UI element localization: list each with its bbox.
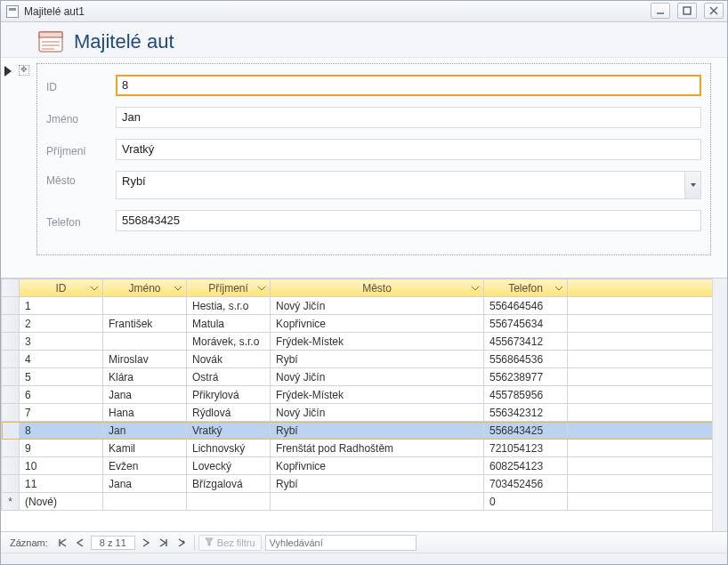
- nav-position[interactable]: 8 z 11: [91, 536, 135, 550]
- table-cell[interactable]: Hestia, s.r.o: [187, 297, 271, 315]
- table-row[interactable]: 6JanaPřikrylováFrýdek-Místek455785956: [2, 386, 727, 404]
- col-header-id[interactable]: ID: [20, 279, 103, 297]
- table-cell[interactable]: Frenštát pod Radhoštěm: [271, 440, 484, 457]
- table-cell[interactable]: [568, 315, 727, 333]
- table-cell[interactable]: Rýdlová: [187, 404, 271, 422]
- mesto-dropdown-button[interactable]: [684, 172, 700, 198]
- nav-filter-button[interactable]: Bez filtru: [198, 535, 262, 551]
- table-cell[interactable]: *: [2, 493, 20, 511]
- telefon-field[interactable]: 556843425: [116, 210, 701, 231]
- table-row[interactable]: 10EvženLoveckýKopřivnice608254123: [2, 457, 727, 475]
- table-cell[interactable]: Břízgalová: [187, 475, 271, 493]
- subform-move-handle[interactable]: ✥: [19, 65, 29, 76]
- table-row[interactable]: 5KláraOstráNový Jičín556238977: [2, 368, 727, 386]
- table-row[interactable]: 9KamilLichnovskýFrenštát pod Radhoštěm72…: [2, 440, 727, 457]
- table-cell[interactable]: [2, 475, 20, 493]
- table-cell[interactable]: Jana: [103, 475, 187, 493]
- table-cell[interactable]: František: [103, 315, 187, 333]
- table-cell[interactable]: 0: [484, 493, 568, 511]
- table-row[interactable]: 7HanaRýdlováNový Jičín556342312: [2, 404, 727, 422]
- table-cell[interactable]: [2, 333, 20, 351]
- table-cell[interactable]: 3: [20, 333, 103, 351]
- minimize-button[interactable]: [651, 3, 670, 19]
- table-cell[interactable]: 556745634: [484, 315, 568, 333]
- table-cell[interactable]: Evžen: [103, 457, 187, 475]
- table-cell[interactable]: Nový Jičín: [271, 297, 484, 315]
- table-cell[interactable]: Nový Jičín: [271, 368, 484, 386]
- table-cell[interactable]: [568, 404, 727, 422]
- table-cell[interactable]: [2, 351, 20, 368]
- table-cell[interactable]: 11: [20, 475, 103, 493]
- table-row[interactable]: 2FrantišekMatulaKopřivnice556745634: [2, 315, 727, 333]
- table-cell[interactable]: 4: [20, 351, 103, 368]
- table-cell[interactable]: Rybí: [271, 351, 484, 368]
- nav-next-button[interactable]: [137, 535, 155, 551]
- table-row-new[interactable]: *(Nové)0: [2, 493, 727, 511]
- table-cell[interactable]: Vratký: [187, 422, 271, 440]
- table-cell[interactable]: [568, 422, 727, 440]
- vertical-scrollbar[interactable]: [712, 278, 727, 531]
- table-cell[interactable]: 6: [20, 386, 103, 404]
- table-cell[interactable]: Přikrylová: [187, 386, 271, 404]
- table-cell[interactable]: Rybí: [271, 475, 484, 493]
- nav-first-button[interactable]: [53, 535, 71, 551]
- table-row[interactable]: 8JanVratkýRybí556843425: [2, 422, 727, 440]
- table-row[interactable]: 3Morávek, s.r.oFrýdek-Místek455673412: [2, 333, 727, 351]
- maximize-button[interactable]: [677, 3, 697, 19]
- table-cell[interactable]: 556864536: [484, 351, 568, 368]
- record-selector-icon[interactable]: [4, 65, 12, 77]
- table-cell[interactable]: 8: [20, 422, 103, 440]
- table-cell[interactable]: 721054123: [484, 440, 568, 457]
- prijmeni-field[interactable]: Vratký: [116, 139, 701, 160]
- col-header-telefon[interactable]: Telefon: [484, 279, 568, 297]
- nav-prev-button[interactable]: [71, 535, 89, 551]
- table-cell[interactable]: [2, 315, 20, 333]
- col-header-prijmeni[interactable]: Příjmení: [187, 279, 271, 297]
- table-cell[interactable]: Frýdek-Místek: [271, 386, 484, 404]
- table-cell[interactable]: 556342312: [484, 404, 568, 422]
- table-cell[interactable]: [271, 493, 484, 511]
- table-cell[interactable]: Jan: [103, 422, 187, 440]
- table-cell[interactable]: Frýdek-Místek: [271, 333, 484, 351]
- table-cell[interactable]: 556464546: [484, 297, 568, 315]
- id-field[interactable]: 8: [116, 75, 701, 96]
- horizontal-scrollbar[interactable]: [1, 553, 727, 565]
- table-cell[interactable]: Rybí: [271, 422, 484, 440]
- table-cell[interactable]: 703452456: [484, 475, 568, 493]
- table-cell[interactable]: 608254123: [484, 457, 568, 475]
- mesto-combobox-text[interactable]: Rybí: [117, 172, 684, 198]
- table-cell[interactable]: 455785956: [484, 386, 568, 404]
- table-cell[interactable]: Nový Jičín: [271, 404, 484, 422]
- table-cell[interactable]: Kopřivnice: [271, 315, 484, 333]
- nav-last-button[interactable]: [155, 535, 173, 551]
- table-cell[interactable]: [568, 297, 727, 315]
- table-cell[interactable]: 455673412: [484, 333, 568, 351]
- close-button[interactable]: [704, 3, 724, 19]
- table-cell[interactable]: Ostrá: [187, 368, 271, 386]
- table-cell[interactable]: Hana: [103, 404, 187, 422]
- chevron-down-icon[interactable]: [554, 283, 563, 292]
- table-cell[interactable]: [568, 351, 727, 368]
- table-cell[interactable]: Novák: [187, 351, 271, 368]
- table-cell[interactable]: (Nové): [20, 493, 103, 511]
- table-cell[interactable]: 9: [20, 440, 103, 457]
- table-cell[interactable]: [187, 493, 271, 511]
- jmeno-field[interactable]: Jan: [116, 107, 701, 128]
- nav-search-input[interactable]: [265, 535, 417, 551]
- table-cell[interactable]: Lichnovský: [187, 440, 271, 457]
- nav-new-button[interactable]: [173, 535, 190, 551]
- table-cell[interactable]: [2, 386, 20, 404]
- table-cell[interactable]: Kamil: [103, 440, 187, 457]
- table-cell[interactable]: [568, 368, 727, 386]
- table-cell[interactable]: 1: [20, 297, 103, 315]
- chevron-down-icon[interactable]: [257, 283, 266, 292]
- table-row[interactable]: 11JanaBřízgalováRybí703452456: [2, 475, 727, 493]
- table-cell[interactable]: [2, 440, 20, 457]
- table-cell[interactable]: Matula: [187, 315, 271, 333]
- table-cell[interactable]: Jana: [103, 386, 187, 404]
- table-cell[interactable]: 10: [20, 457, 103, 475]
- table-cell[interactable]: [2, 297, 20, 315]
- col-header-jmeno[interactable]: Jméno: [103, 279, 187, 297]
- table-cell[interactable]: 556238977: [484, 368, 568, 386]
- table-cell[interactable]: [103, 493, 187, 511]
